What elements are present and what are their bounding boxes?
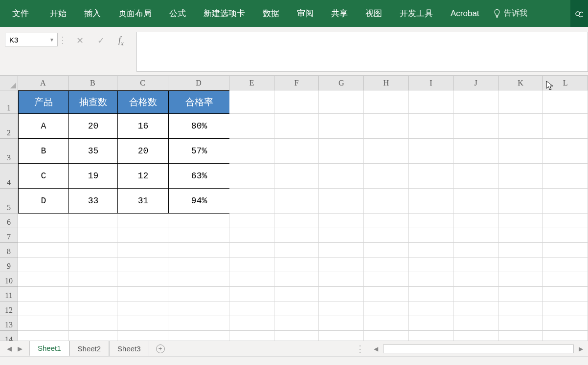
ribbon-tab-home[interactable]: 开始	[41, 0, 75, 27]
cell-E3[interactable]	[229, 139, 274, 164]
ribbon-tab-review[interactable]: 审阅	[288, 0, 322, 27]
cell-K11[interactable]	[498, 287, 543, 301]
cell-G1[interactable]	[319, 90, 364, 114]
cell-I4[interactable]	[409, 164, 454, 189]
cell-J3[interactable]	[453, 139, 498, 164]
cell-I3[interactable]	[409, 139, 454, 164]
cell-E4[interactable]	[229, 164, 274, 189]
cell-G13[interactable]	[319, 316, 364, 331]
col-header-A[interactable]: A	[18, 76, 68, 90]
cell-F1[interactable]	[274, 90, 319, 114]
cell-E10[interactable]	[229, 272, 274, 287]
cell-H8[interactable]	[364, 243, 409, 258]
cell-J13[interactable]	[453, 316, 498, 331]
cell-C4[interactable]: 12	[117, 164, 168, 189]
cell-K9[interactable]	[498, 258, 543, 272]
cell-C10[interactable]	[117, 272, 168, 287]
cell-D5[interactable]: 94%	[168, 189, 229, 214]
row-header-3[interactable]: 3	[0, 139, 18, 164]
cell-D4[interactable]: 63%	[168, 164, 229, 189]
row-header-11[interactable]: 11	[0, 287, 18, 301]
cell-H4[interactable]	[364, 164, 409, 189]
cell-J5[interactable]	[453, 189, 498, 214]
cell-C11[interactable]	[117, 287, 168, 301]
cell-L14[interactable]	[543, 331, 588, 341]
cell-K6[interactable]	[498, 214, 543, 228]
cell-I11[interactable]	[409, 287, 454, 301]
cell-H9[interactable]	[364, 258, 409, 272]
cell-D10[interactable]	[168, 272, 229, 287]
cell-K13[interactable]	[498, 316, 543, 331]
cell-C2[interactable]: 16	[117, 114, 168, 139]
cell-B3[interactable]: 35	[68, 139, 118, 164]
col-header-E[interactable]: E	[229, 76, 274, 90]
col-header-K[interactable]: K	[498, 76, 543, 90]
cell-D2[interactable]: 80%	[168, 114, 229, 139]
cell-L7[interactable]	[543, 228, 588, 243]
tab-nav-next[interactable]: ▶	[18, 345, 23, 352]
cell-B12[interactable]	[68, 301, 118, 316]
cell-J11[interactable]	[453, 287, 498, 301]
cell-A3[interactable]: B	[18, 139, 68, 164]
cell-H2[interactable]	[364, 114, 409, 139]
row-header-12[interactable]: 12	[0, 301, 18, 316]
cell-L12[interactable]	[543, 301, 588, 316]
cell-L9[interactable]	[543, 258, 588, 272]
cell-L13[interactable]	[543, 316, 588, 331]
cell-D11[interactable]	[168, 287, 229, 301]
cell-D6[interactable]	[168, 214, 229, 228]
cell-J6[interactable]	[453, 214, 498, 228]
ribbon-tab-file[interactable]: 文件	[5, 0, 41, 27]
cell-I14[interactable]	[409, 331, 454, 341]
col-header-B[interactable]: B	[68, 76, 118, 90]
cell-B10[interactable]	[68, 272, 118, 287]
cell-G9[interactable]	[319, 258, 364, 272]
sheet-tab-3[interactable]: Sheet3	[109, 341, 149, 356]
cell-A10[interactable]	[18, 272, 68, 287]
row-header-2[interactable]: 2	[0, 114, 18, 139]
scroll-left-icon[interactable]: ◀	[372, 345, 380, 352]
cell-J4[interactable]	[453, 164, 498, 189]
scrollbar-track[interactable]	[383, 344, 574, 353]
col-header-J[interactable]: J	[453, 76, 498, 90]
cell-D12[interactable]	[168, 301, 229, 316]
cell-H11[interactable]	[364, 287, 409, 301]
col-header-L[interactable]: L	[543, 76, 588, 90]
col-header-H[interactable]: H	[364, 76, 409, 90]
tabs-splitter[interactable]: ⋮	[352, 344, 369, 354]
name-box[interactable]: K3 ▼	[5, 33, 58, 46]
cell-F6[interactable]	[274, 214, 319, 228]
cell-F9[interactable]	[274, 258, 319, 272]
cell-J1[interactable]	[453, 90, 498, 114]
cell-B1[interactable]: 抽查数	[68, 90, 118, 114]
cell-L5[interactable]	[543, 189, 588, 214]
cell-H7[interactable]	[364, 228, 409, 243]
cell-E7[interactable]	[229, 228, 274, 243]
row-header-9[interactable]: 9	[0, 258, 18, 272]
col-header-G[interactable]: G	[319, 76, 364, 90]
cell-K4[interactable]	[498, 164, 543, 189]
cell-D9[interactable]	[168, 258, 229, 272]
share-button[interactable]	[570, 0, 588, 27]
cell-I7[interactable]	[409, 228, 454, 243]
cell-K12[interactable]	[498, 301, 543, 316]
cell-G5[interactable]	[319, 189, 364, 214]
cell-I2[interactable]	[409, 114, 454, 139]
cell-K3[interactable]	[498, 139, 543, 164]
cell-G6[interactable]	[319, 214, 364, 228]
cell-G12[interactable]	[319, 301, 364, 316]
cell-J7[interactable]	[453, 228, 498, 243]
cell-E12[interactable]	[229, 301, 274, 316]
ribbon-tab-view[interactable]: 视图	[357, 0, 391, 27]
cell-G7[interactable]	[319, 228, 364, 243]
cell-L2[interactable]	[543, 114, 588, 139]
cell-K10[interactable]	[498, 272, 543, 287]
row-header-6[interactable]: 6	[0, 214, 18, 228]
cell-D14[interactable]	[168, 331, 229, 341]
scroll-right-icon[interactable]: ▶	[577, 345, 585, 352]
cell-B4[interactable]: 19	[68, 164, 118, 189]
cell-F5[interactable]	[274, 189, 319, 214]
cell-F4[interactable]	[274, 164, 319, 189]
cell-A13[interactable]	[18, 316, 68, 331]
cell-C8[interactable]	[117, 243, 168, 258]
